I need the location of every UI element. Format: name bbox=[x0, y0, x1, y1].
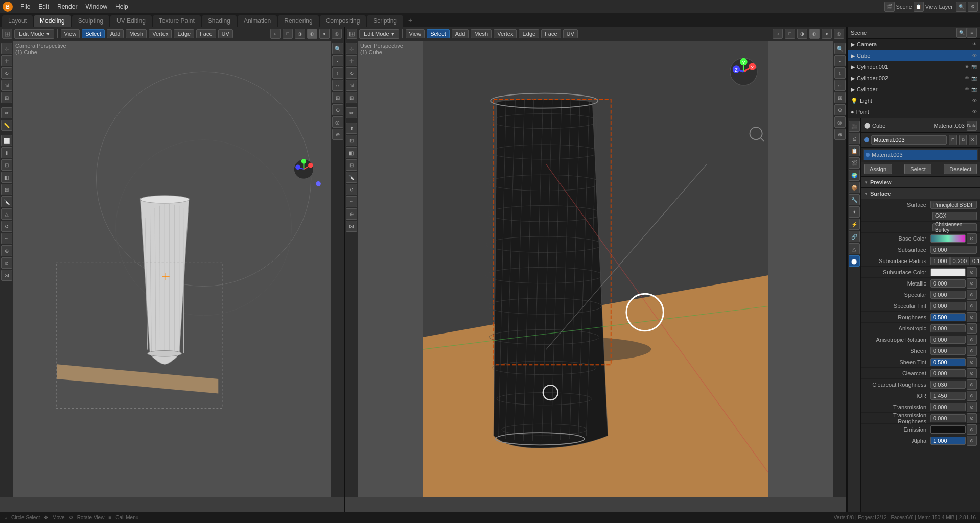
right-shading-mode-4[interactable]: ● bbox=[822, 29, 832, 39]
cyl001-vis-icon[interactable]: 👁 bbox=[965, 64, 969, 69]
right-add-menu[interactable]: Add bbox=[452, 29, 469, 38]
base-color-options[interactable]: ⊙ bbox=[967, 233, 977, 244]
outliner-item-cylinder[interactable]: ▶ Cylinder 👁 📷 bbox=[848, 84, 980, 95]
left-edit-mode-selector[interactable]: Edit Mode ▾ bbox=[14, 29, 54, 39]
prop-tab-view-layer[interactable]: 📋 bbox=[849, 145, 860, 156]
cyl002-vis-icon[interactable]: 👁 bbox=[965, 76, 969, 81]
r-smooth-tool[interactable]: ~ bbox=[346, 196, 357, 207]
subsurface-radius-1[interactable]: 1.000 bbox=[930, 257, 950, 265]
emission-options[interactable]: ⊙ bbox=[967, 424, 977, 435]
left-edge-menu[interactable]: Edge bbox=[174, 29, 194, 38]
specular-tint-options[interactable]: ⊙ bbox=[967, 301, 977, 311]
metallic-value[interactable]: 0.000 bbox=[930, 279, 966, 288]
prop-tab-modifier[interactable]: 🔧 bbox=[849, 194, 860, 205]
left-nav-5[interactable]: ◎ bbox=[332, 116, 343, 128]
left-zoom-in[interactable]: 🔍 bbox=[332, 43, 343, 54]
prop-tab-world[interactable]: 🌍 bbox=[849, 170, 860, 181]
material-data-btn[interactable]: Data bbox=[967, 121, 977, 131]
rr-nav-6[interactable]: ⊕ bbox=[834, 129, 846, 140]
left-shading-mode-1[interactable]: □ bbox=[283, 29, 293, 39]
right-viewport-overlay-icon[interactable]: ○ bbox=[773, 29, 783, 39]
subsurface-radius-3[interactable]: 0.100 bbox=[970, 257, 980, 265]
r-move-tool[interactable]: ✛ bbox=[346, 55, 357, 66]
prop-tab-render[interactable]: 🎥 bbox=[849, 121, 860, 132]
loop-cut-tool[interactable]: ⊟ bbox=[1, 184, 12, 195]
scale-tool[interactable]: ⇲ bbox=[1, 80, 12, 91]
menu-render[interactable]: Render bbox=[53, 2, 81, 11]
metallic-options[interactable]: ⊙ bbox=[967, 278, 977, 289]
r-bevel-tool[interactable]: ◧ bbox=[346, 147, 357, 158]
assign-button[interactable]: Assign bbox=[864, 164, 892, 174]
prop-tab-output[interactable]: 🖨 bbox=[849, 133, 860, 144]
rr-zoom-in[interactable]: 🔍 bbox=[834, 43, 846, 54]
surface-section[interactable]: Surface bbox=[861, 188, 980, 199]
menu-file[interactable]: File bbox=[16, 2, 34, 11]
prop-tab-scene[interactable]: 🎬 bbox=[849, 157, 860, 169]
extrude-tool[interactable]: ⬆ bbox=[1, 147, 12, 158]
left-face-menu[interactable]: Face bbox=[196, 29, 216, 38]
smooth-tool[interactable]: ~ bbox=[1, 233, 12, 244]
point-vis-icon[interactable]: 👁 bbox=[972, 109, 977, 114]
right-shading-mode-1[interactable]: □ bbox=[785, 29, 795, 39]
left-viewport-canvas[interactable]: Camera Perspective (1) Cube bbox=[13, 41, 331, 497]
outliner-item-cylinder001[interactable]: ▶ Cylinder.001 👁 📷 bbox=[848, 61, 980, 73]
shrink-fatten-tool[interactable]: ⊕ bbox=[1, 245, 12, 256]
spin-tool[interactable]: ↺ bbox=[1, 221, 12, 232]
prop-tab-particles[interactable]: ✦ bbox=[849, 206, 860, 218]
sheen-tint-value[interactable]: 0.500 bbox=[930, 358, 966, 366]
left-shading-mode-4[interactable]: ● bbox=[319, 29, 330, 39]
right-edit-mode-selector[interactable]: Edit Mode ▾ bbox=[359, 29, 399, 39]
outliner-item-camera[interactable]: ▶ Camera 👁 bbox=[848, 39, 980, 50]
material-name-input[interactable] bbox=[871, 135, 947, 145]
left-viewport-type-icon[interactable]: ⊞ bbox=[2, 29, 12, 39]
cyl-vis-icon[interactable]: 👁 bbox=[965, 87, 969, 92]
alpha-value[interactable]: 1.000 bbox=[930, 437, 966, 445]
material-select-button[interactable]: Select bbox=[904, 164, 931, 174]
tab-animation[interactable]: Animation bbox=[238, 15, 277, 27]
outliner-item-cube[interactable]: ▶ Cube 👁 bbox=[848, 50, 980, 61]
left-nav-6[interactable]: ⊕ bbox=[332, 129, 343, 140]
left-zoom-out[interactable]: - bbox=[332, 55, 343, 66]
deselect-button[interactable]: Deselect bbox=[944, 164, 977, 174]
transmission-roughness-options[interactable]: ⊙ bbox=[967, 413, 977, 423]
ior-options[interactable]: ⊙ bbox=[967, 391, 977, 401]
anisotropic-options[interactable]: ⊙ bbox=[967, 323, 977, 334]
prop-tab-material[interactable]: ⬤ bbox=[849, 255, 860, 267]
prop-tab-physics[interactable]: ⚡ bbox=[849, 219, 860, 230]
prop-tab-constraints[interactable]: 🔗 bbox=[849, 231, 860, 242]
menu-edit[interactable]: Edit bbox=[34, 2, 53, 11]
ch-burley-value[interactable]: Christensen-Burley bbox=[932, 223, 977, 231]
r-shrink-tool[interactable]: ⊕ bbox=[346, 208, 357, 220]
view-layer-btn[interactable]: 📋 bbox=[914, 2, 924, 12]
specular-options[interactable]: ⊙ bbox=[967, 290, 977, 300]
outliner-filter[interactable]: 🔍 bbox=[956, 28, 967, 38]
rr-nav-5[interactable]: ◎ bbox=[834, 116, 846, 128]
right-gizmo-toggle[interactable]: ◎ bbox=[834, 29, 844, 39]
r-extrude-tool[interactable]: ⬆ bbox=[346, 123, 357, 134]
preview-section[interactable]: Preview bbox=[861, 177, 980, 188]
tab-shading[interactable]: Shading bbox=[202, 15, 237, 27]
outliner-item-light[interactable]: 💡 Light 👁 bbox=[848, 95, 980, 106]
left-gizmo-toggle[interactable]: ◎ bbox=[332, 29, 342, 39]
r-scale-tool[interactable]: ⇲ bbox=[346, 80, 357, 91]
inset-tool[interactable]: ⊡ bbox=[1, 159, 12, 171]
left-shading-mode-2[interactable]: ◑ bbox=[295, 29, 305, 39]
rr-nav-4[interactable]: ⊙ bbox=[834, 104, 846, 115]
r-cursor-tool[interactable]: ⊹ bbox=[346, 43, 357, 54]
left-view-menu[interactable]: View bbox=[61, 29, 80, 38]
ggx-value[interactable]: GGX bbox=[932, 212, 977, 220]
transform-tool[interactable]: ⊞ bbox=[1, 92, 12, 103]
transmission-roughness-value[interactable]: 0.000 bbox=[930, 414, 966, 422]
tab-texture-paint[interactable]: Texture Paint bbox=[153, 15, 201, 27]
tab-compositing[interactable]: Compositing bbox=[320, 15, 366, 27]
settings-btn[interactable]: ⚙ bbox=[968, 2, 978, 12]
right-viewport-canvas[interactable]: User Perspective (1) Cube bbox=[358, 41, 833, 497]
left-add-menu[interactable]: Add bbox=[107, 29, 124, 38]
outliner-item-point[interactable]: ● Point 👁 bbox=[848, 106, 980, 117]
subsurface-value[interactable]: 0.000 bbox=[930, 246, 977, 254]
tab-sculpting[interactable]: Sculpting bbox=[72, 15, 109, 27]
transmission-options[interactable]: ⊙ bbox=[967, 402, 977, 412]
right-edge-menu[interactable]: Edge bbox=[519, 29, 539, 38]
annotate-tool[interactable]: ✏ bbox=[1, 107, 12, 118]
cyl-render-icon[interactable]: 📷 bbox=[971, 87, 977, 92]
